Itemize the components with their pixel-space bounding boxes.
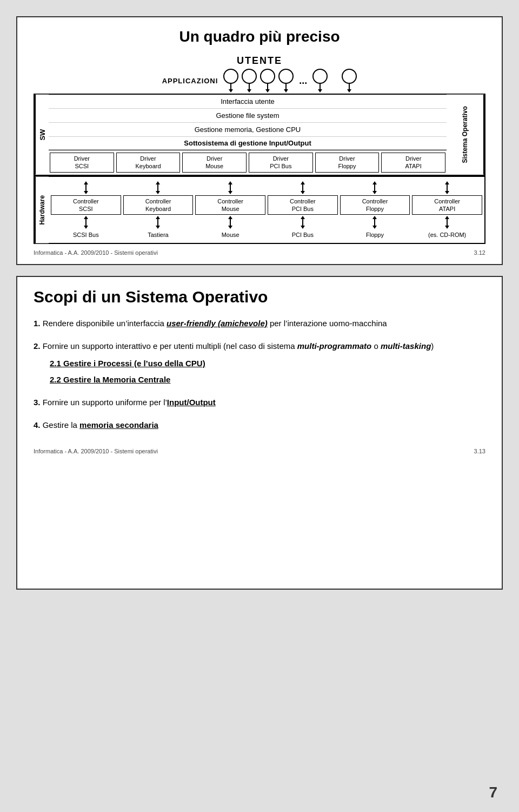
page-number: 7 [489, 784, 497, 801]
item2-text-before: Fornire un supporto interattivo e per ut… [43, 341, 297, 351]
ctrl-pci: ControllerPCI Bus [268, 195, 338, 215]
hw-box: Hardware [34, 176, 485, 245]
item2-text-after: ) [431, 341, 434, 351]
driver-controller-connectors [51, 180, 482, 195]
item2-italic2: multi-tasking [381, 341, 431, 351]
layer-memoria: Gestione memoria, Gestione CPU [49, 123, 447, 137]
conn-d3 [195, 216, 265, 229]
ctrl-keyboard: ControllerKeyboard [123, 195, 194, 215]
applicazioni-label: APPLICAZIONI [162, 77, 218, 85]
item4-underline: memoria secondaria [79, 420, 158, 430]
item4-text-before: Gestire la [43, 420, 79, 430]
item-3: 3. Fornire un supporto uniforme per l’In… [34, 396, 485, 409]
item1-italic: user-friendly (amichevole) [167, 319, 268, 328]
slide1-footer-left: Informatica - A.A. 2009/2010 - Sistemi o… [34, 249, 158, 256]
app-icon-4 [278, 69, 294, 84]
conn-3 [195, 181, 265, 194]
sw-box: SW Interfaccia utente Gestione file syst… [34, 94, 485, 176]
item2-subitems: 2.1 Gestire i Processi (e l’uso della CP… [50, 357, 485, 386]
ctrl-floppy: ControllerFloppy [340, 195, 410, 215]
diagram: UTENTE APPLICAZIONI [34, 55, 485, 244]
slide-2: Scopi di un Sistema Operativo 1. Rendere… [16, 276, 503, 590]
middle-content: Interfaccia utente Gestione file system … [49, 95, 484, 175]
driver-row: DriverSCSI DriverKeyboard DriverMouse Dr… [50, 153, 445, 173]
dev-tastiera: Tastiera [123, 230, 194, 240]
dev-floppy: Floppy [340, 230, 410, 240]
dev-pci: PCI Bus [268, 230, 338, 240]
item3-text-before: Fornire un supporto uniforme per l’ [43, 398, 167, 407]
app-circle-3 [260, 69, 275, 93]
app-circle-4 [278, 69, 294, 93]
ctrl-device-connectors [51, 215, 482, 230]
item-4: 4. Gestire la memoria secondaria [34, 419, 485, 432]
app-icon-1 [223, 69, 238, 84]
slide2-footer-left: Informatica - A.A. 2009/2010 - Sistemi o… [34, 448, 158, 454]
hw-content: ControllerSCSI ControllerKeyboard Contro… [49, 177, 484, 243]
item3-underline: Input/Output [167, 398, 216, 407]
driver-atapi: DriverATAPI [381, 153, 445, 173]
item1-text-after: per l’interazione uomo-macchina [268, 319, 387, 328]
hw-label: Hardware [35, 177, 49, 243]
conn-5 [340, 181, 410, 194]
slide1-title: Un quadro più preciso [34, 28, 485, 45]
item2-main: 2. Fornire un supporto interattivo e per… [34, 340, 485, 353]
layer-file-system: Gestione file system [49, 109, 447, 123]
layer-interfaccia: Interfaccia utente [49, 95, 447, 109]
conn-1 [51, 181, 121, 194]
item-2: 2. Fornire un supporto interattivo e per… [34, 340, 485, 386]
driver-scsi: DriverSCSI [50, 153, 114, 173]
dev-mouse: Mouse [195, 230, 265, 240]
app-circle-1 [223, 69, 238, 93]
dev-cdrom: (es. CD-ROM) [412, 230, 482, 240]
slide2-footer: Informatica - A.A. 2009/2010 - Sistemi o… [34, 448, 485, 454]
app-icon-5 [312, 69, 328, 84]
controller-row: ControllerSCSI ControllerKeyboard Contro… [51, 195, 482, 215]
drivers-section: DriverSCSI DriverKeyboard DriverMouse Dr… [49, 150, 447, 175]
conn-d1 [51, 216, 121, 229]
driver-pci: DriverPCI Bus [249, 153, 313, 173]
device-row: SCSI Bus Tastiera Mouse PCI Bus Floppy (… [51, 230, 482, 240]
item2-sub2-text: Gestire la Memoria Centrale [63, 375, 170, 384]
driver-keyboard: DriverKeyboard [116, 153, 181, 173]
app-icon-2 [242, 69, 257, 84]
sw-label: SW [35, 95, 49, 175]
utente-section: UTENTE APPLICAZIONI [34, 55, 485, 94]
conn-d5 [340, 216, 410, 229]
app-icon-6 [342, 69, 357, 84]
conn-d6 [412, 216, 482, 229]
ctrl-atapi: ControllerATAPI [412, 195, 482, 215]
item2-italic1: multi-programmato [297, 341, 372, 351]
ctrl-scsi: ControllerSCSI [51, 195, 121, 215]
app-circle-6 [342, 69, 357, 93]
conn-d2 [123, 216, 194, 229]
app-circle-2 [242, 69, 257, 93]
item2-sub2-number: 2.2 [50, 375, 63, 384]
dots-label: ... [299, 75, 307, 87]
driver-mouse: DriverMouse [182, 153, 247, 173]
slide2-footer-right: 3.13 [474, 448, 485, 454]
item2-sub1: 2.1 Gestire i Processi (e l’uso della CP… [50, 357, 485, 370]
slide2-title: Scopi di un Sistema Operativo [34, 288, 485, 306]
app-icon-3 [260, 69, 275, 84]
item2-sub1-text: Gestire i Processi (e l’uso della CPU) [63, 359, 205, 368]
applicazioni-row: APPLICAZIONI [162, 69, 357, 93]
item1-number: 1. [34, 319, 43, 328]
item-1: 1. Rendere disponibile un’interfaccia us… [34, 317, 485, 330]
item3-number: 3. [34, 398, 43, 407]
ctrl-mouse: ControllerMouse [195, 195, 265, 215]
utente-label: UTENTE [237, 55, 282, 67]
slide-1: Un quadro più preciso UTENTE APPLICAZION… [16, 16, 503, 265]
dev-scsi: SCSI Bus [51, 230, 121, 240]
conn-4 [268, 181, 338, 194]
driver-floppy: DriverFloppy [315, 153, 380, 173]
item2-sub2: 2.2 Gestire la Memoria Centrale [50, 373, 485, 386]
layer-io: Sottosistema di gestione Input/Output [49, 137, 447, 150]
app-circle-5 [312, 69, 328, 93]
conn-d4 [268, 216, 338, 229]
conn-6 [412, 181, 482, 194]
item2-text-mid: o [371, 341, 381, 351]
item2-number: 2. [34, 341, 43, 351]
slide1-footer-right: 3.12 [474, 249, 485, 256]
item2-sub1-number: 2.1 [50, 359, 63, 368]
conn-2 [123, 181, 194, 194]
